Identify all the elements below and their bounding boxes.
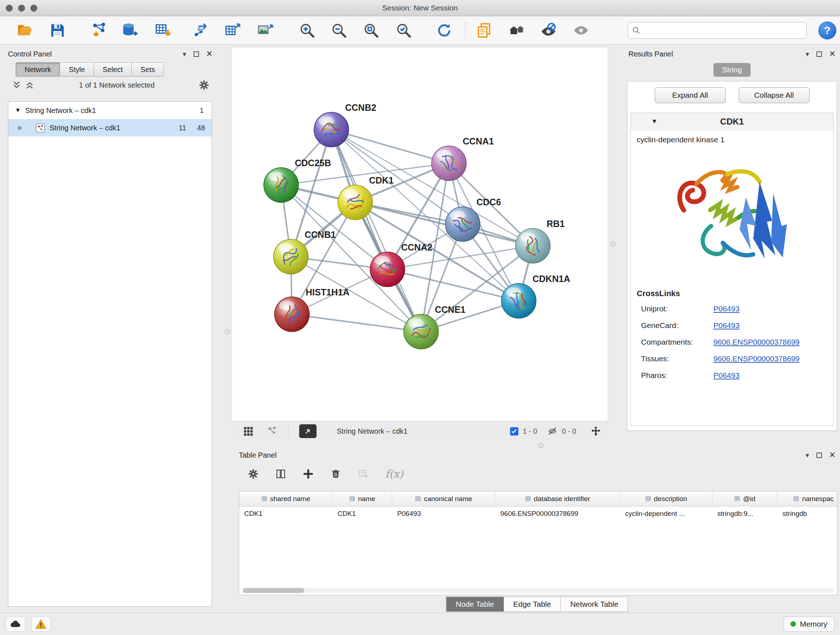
vertical-splitter-handle[interactable] [611, 241, 615, 247]
column-header-canonical-name[interactable]: canonical name [392, 491, 495, 506]
table-cell[interactable]: stringdb [777, 507, 837, 521]
tab-network-table[interactable]: Network Table [561, 597, 628, 612]
zoom-out-button[interactable] [329, 20, 349, 41]
birds-eye-view-icon[interactable] [265, 424, 279, 438]
zoom-fit-button[interactable] [361, 20, 381, 41]
crosslink-link[interactable]: 9606.ENSP00000378699 [714, 355, 799, 363]
minimize-window-button[interactable] [18, 5, 25, 11]
tab-network[interactable]: Network [16, 62, 60, 77]
grid-view-icon[interactable] [242, 424, 255, 438]
horizontal-scrollbar[interactable] [243, 588, 834, 593]
export-network-button[interactable] [191, 20, 211, 41]
tab-edge-table[interactable]: Edge Table [504, 597, 561, 612]
scrollbar-thumb[interactable] [243, 588, 304, 593]
tab-style[interactable]: Style [60, 62, 94, 77]
hide-selected-button[interactable] [538, 20, 559, 41]
panel-maximize-icon[interactable] [194, 51, 199, 57]
network-node-cdc6[interactable] [445, 207, 480, 241]
pan-move-icon[interactable] [589, 424, 602, 438]
copy-button[interactable] [474, 20, 494, 41]
home-button[interactable] [507, 20, 527, 41]
network-edge[interactable] [332, 130, 449, 163]
vertical-splitter-handle[interactable] [225, 329, 230, 334]
zoom-window-button[interactable] [30, 5, 37, 11]
selected-nodes-checkbox[interactable] [510, 427, 518, 435]
network-node-ccne1[interactable] [404, 314, 439, 349]
open-session-button[interactable] [15, 20, 35, 41]
panel-close-icon[interactable]: ✕ [829, 49, 836, 59]
network-row-selected[interactable]: String Network – cdk1 11 48 [8, 119, 212, 136]
tab-string[interactable]: String [714, 63, 751, 77]
export-image-button[interactable] [255, 20, 275, 41]
network-canvas[interactable]: CCNB2CCNA1CDC25BCDK1CDC6RB1CCNB1CCNA2CDK… [232, 47, 608, 421]
tree-expand-triangle-icon[interactable]: ▼ [15, 107, 21, 114]
save-session-button[interactable] [47, 20, 68, 41]
network-node-ccna2[interactable] [370, 252, 405, 287]
network-options-gear-icon[interactable] [197, 79, 210, 92]
table-cell[interactable]: P06493 [392, 507, 495, 521]
import-network-database-button[interactable] [119, 20, 140, 41]
column-header-description[interactable]: description [620, 491, 712, 506]
panel-float-icon[interactable]: ▾ [806, 451, 809, 459]
warnings-button[interactable] [31, 616, 51, 632]
table-cell[interactable]: 9606.ENSP00000378699 [495, 507, 620, 521]
show-columns-icon[interactable] [274, 467, 287, 480]
network-node-cdk1[interactable] [338, 185, 373, 220]
search-input[interactable] [641, 23, 803, 38]
tab-node-table[interactable]: Node Table [446, 597, 504, 612]
network-node-rb1[interactable] [515, 228, 550, 263]
collapse-all-tree-icon[interactable] [23, 79, 36, 92]
refresh-button[interactable] [434, 20, 454, 41]
horizontal-splitter-handle[interactable] [538, 443, 544, 448]
panel-close-icon[interactable]: ✕ [206, 49, 213, 59]
hidden-items-eye-icon[interactable] [546, 424, 559, 438]
cloud-status-button[interactable] [6, 616, 25, 632]
network-edge[interactable] [332, 130, 421, 332]
column-header-name[interactable]: name [332, 491, 392, 506]
add-column-plus-icon[interactable] [302, 467, 315, 480]
table-cell[interactable]: stringdb:9... [712, 507, 777, 521]
crosslink-link[interactable]: P06493 [714, 371, 739, 380]
collapse-all-button[interactable]: Collapse All [739, 87, 810, 103]
expand-all-button[interactable]: Expand All [655, 87, 726, 103]
show-all-button[interactable] [571, 20, 591, 41]
network-node-cdc25b[interactable] [264, 168, 298, 203]
crosslink-link[interactable]: P06493 [714, 304, 739, 313]
table-cell[interactable]: cyclin-dependent ... [620, 507, 712, 521]
import-table-button[interactable] [153, 20, 173, 41]
panel-float-icon[interactable]: ▾ [806, 50, 809, 58]
search-box[interactable] [628, 22, 807, 39]
network-node-ccnb2[interactable] [314, 112, 349, 147]
panel-maximize-icon[interactable] [816, 51, 822, 57]
network-edge[interactable] [292, 314, 421, 332]
tab-sets[interactable]: Sets [131, 62, 164, 77]
network-edge[interactable] [355, 203, 533, 246]
table-row[interactable]: CDK1CDK1P064939606.ENSP00000378699cyclin… [239, 507, 837, 521]
network-node-ccna1[interactable] [431, 146, 466, 181]
memory-button[interactable]: Memory [783, 616, 834, 632]
panel-maximize-icon[interactable] [816, 453, 822, 458]
delete-column-trash-icon[interactable] [329, 467, 342, 480]
tab-select[interactable]: Select [94, 62, 132, 77]
zoom-in-button[interactable] [297, 20, 317, 41]
crosslink-link[interactable]: 9606.ENSP00000378699 [714, 338, 799, 347]
table-cell[interactable]: CDK1 [332, 507, 392, 521]
table-cell[interactable]: CDK1 [239, 507, 332, 521]
help-button[interactable]: ? [818, 21, 836, 40]
panel-float-icon[interactable]: ▾ [183, 50, 186, 58]
network-node-ccnb1[interactable] [273, 239, 308, 274]
column-header--id[interactable]: @id [712, 491, 777, 506]
panel-close-icon[interactable]: ✕ [829, 450, 836, 460]
network-collection-row[interactable]: ▼ String Network – cdk1 1 [8, 102, 212, 119]
network-node-hist1h1a[interactable] [275, 297, 309, 332]
crosslink-link[interactable]: P06493 [714, 321, 739, 330]
column-header-database-identifier[interactable]: database identifier [495, 491, 620, 506]
export-view-button[interactable] [299, 424, 317, 438]
column-header-namespac[interactable]: namespac [777, 491, 837, 506]
zoom-selected-button[interactable] [393, 20, 414, 41]
network-node-cdkn1a[interactable] [501, 283, 536, 318]
import-network-file-button[interactable] [89, 20, 109, 41]
close-window-button[interactable] [6, 5, 13, 11]
export-table-button[interactable] [223, 20, 243, 41]
collapse-section-triangle-icon[interactable]: ▼ [651, 118, 658, 125]
